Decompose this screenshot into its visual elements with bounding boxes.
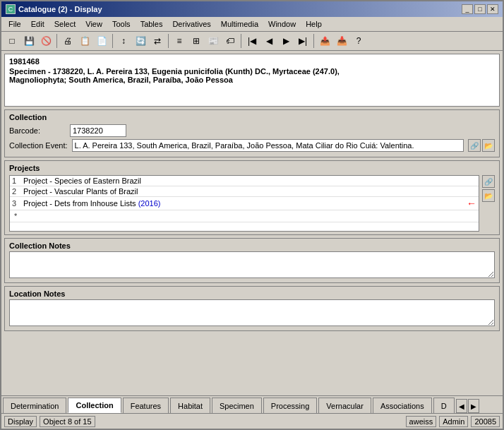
tab-scroll-right[interactable]: ▶ xyxy=(468,399,479,413)
toolbar-sep-1 xyxy=(56,34,57,48)
toolbar-save[interactable]: 💾 xyxy=(21,33,37,49)
collection-notes-input[interactable] xyxy=(9,251,495,278)
projects-open-button[interactable]: 📂 xyxy=(482,189,495,202)
project-new-row[interactable]: * xyxy=(10,210,479,222)
status-user: aweiss xyxy=(406,416,437,427)
project-name-3: Project - Dets from Inhouse Lists (2016) xyxy=(23,199,464,208)
project-row-1[interactable]: 1 Project - Species of Eastern Brazil xyxy=(10,176,479,186)
tab-specimen[interactable]: Specimen xyxy=(212,398,262,413)
menu-file[interactable]: File xyxy=(4,18,25,30)
status-id: 20085 xyxy=(471,416,500,427)
maximize-button[interactable]: □ xyxy=(474,4,486,14)
collection-event-label: Collection Event: xyxy=(9,141,68,150)
toolbar: □ 💾 🚫 🖨 📋 📄 ↕ 🔄 ⇄ ≡ ⊞ 📰 🏷 |◀ ◀ ▶ ▶| 📤 📥 … xyxy=(1,32,503,51)
status-bar: Display Object 8 of 15 aweiss Admin 2008… xyxy=(1,413,503,429)
tab-features[interactable]: Features xyxy=(123,398,169,413)
projects-legend: Projects xyxy=(9,164,495,172)
tab-vernacular[interactable]: Vernacular xyxy=(318,398,371,413)
collection-event-link-button[interactable]: 🔗 xyxy=(468,139,481,152)
record-description: Specimen - 1738220, L. A. Pereira 133, E… xyxy=(9,67,495,76)
collection-event-open-button[interactable]: 📂 xyxy=(482,139,495,152)
collection-legend: Collection xyxy=(9,113,495,121)
tab-determination[interactable]: Determination xyxy=(3,398,66,413)
project-row-2[interactable]: 2 Project - Vascular Plants of Brazil xyxy=(10,186,479,197)
toolbar-sort[interactable]: ↕ xyxy=(116,33,131,49)
location-notes-section: Location Notes xyxy=(4,286,500,331)
project-num-3: 3 xyxy=(12,199,23,208)
projects-with-btns: 1 Project - Species of Eastern Brazil 2 … xyxy=(9,175,495,232)
project-year-3: (2016) xyxy=(138,199,161,208)
menu-derivatives[interactable]: Derivatives xyxy=(168,18,215,30)
collection-event-buttons: 🔗 📂 xyxy=(468,139,495,152)
toolbar-print[interactable]: 🖨 xyxy=(60,33,76,49)
main-window: C Catalogue (2) - Display _ □ ✕ File Edi… xyxy=(0,0,504,430)
project-num-2: 2 xyxy=(12,187,23,196)
location-notes-legend: Location Notes xyxy=(9,289,495,298)
toolbar-help[interactable]: ? xyxy=(351,33,366,49)
toolbar-list[interactable]: ≡ xyxy=(172,33,187,49)
tab-d[interactable]: D xyxy=(433,398,455,413)
projects-list: 1 Project - Species of Eastern Brazil 2 … xyxy=(9,175,479,232)
toolbar-cancel[interactable]: 🚫 xyxy=(38,33,54,49)
projects-list-wrapper: 1 Project - Species of Eastern Brazil 2 … xyxy=(9,175,479,232)
tab-collection[interactable]: Collection xyxy=(68,398,121,413)
minimize-button[interactable]: _ xyxy=(462,4,473,14)
menu-bar: File Edit Select View Tools Tables Deriv… xyxy=(1,17,503,32)
menu-edit[interactable]: Edit xyxy=(27,18,49,30)
toolbar-refresh[interactable]: 🔄 xyxy=(133,33,148,49)
app-icon: C xyxy=(6,4,16,14)
toolbar-swap[interactable]: ⇄ xyxy=(150,33,165,49)
tab-processing[interactable]: Processing xyxy=(263,398,317,413)
toolbar-sep-3 xyxy=(168,34,169,48)
project-num-1: 1 xyxy=(12,177,23,185)
project-name-2: Project - Vascular Plants of Brazil xyxy=(23,187,476,196)
projects-link-button[interactable]: 🔗 xyxy=(482,175,495,188)
toolbar-last[interactable]: ▶| xyxy=(295,33,311,49)
menu-window[interactable]: Window xyxy=(264,18,300,30)
toolbar-copy[interactable]: 📋 xyxy=(77,33,92,49)
window-title: Catalogue (2) - Display xyxy=(18,5,102,13)
close-button[interactable]: ✕ xyxy=(487,4,498,14)
record-id: 1981468 xyxy=(9,57,495,66)
project-row-3[interactable]: 3 Project - Dets from Inhouse Lists (201… xyxy=(10,197,479,210)
toolbar-new[interactable]: □ xyxy=(4,33,20,49)
collection-notes-legend: Collection Notes xyxy=(9,241,495,250)
record-description2: Magnoliophyta; South America, Brazil, Pa… xyxy=(9,76,495,84)
toolbar-label[interactable]: 🏷 xyxy=(222,33,238,49)
location-notes-input[interactable] xyxy=(9,299,495,326)
toolbar-export[interactable]: 📤 xyxy=(317,33,332,49)
tab-associations[interactable]: Associations xyxy=(373,398,432,413)
menu-select[interactable]: Select xyxy=(50,18,80,30)
menu-multimedia[interactable]: Multimedia xyxy=(217,18,263,30)
menu-tools[interactable]: Tools xyxy=(108,18,135,30)
toolbar-report[interactable]: 📰 xyxy=(205,33,221,49)
toolbar-sep-4 xyxy=(241,34,241,48)
toolbar-grid[interactable]: ⊞ xyxy=(188,33,204,49)
toolbar-prev[interactable]: ◀ xyxy=(261,33,277,49)
collection-section: Collection Barcode: Collection Event: 🔗 … xyxy=(4,109,500,157)
toolbar-first[interactable]: |◀ xyxy=(244,33,260,49)
info-box: 1981468 Specimen - 1738220, L. A. Pereir… xyxy=(4,54,500,107)
tab-habitat[interactable]: Habitat xyxy=(170,398,210,413)
toolbar-next[interactable]: ▶ xyxy=(278,33,294,49)
barcode-row: Barcode: xyxy=(9,124,495,137)
toolbar-paste[interactable]: 📄 xyxy=(94,33,109,49)
barcode-label: Barcode: xyxy=(9,126,66,135)
content-area: 1981468 Specimen - 1738220, L. A. Pereir… xyxy=(1,51,503,395)
projects-section: Projects 1 Project - Species of Eastern … xyxy=(4,160,500,235)
menu-view[interactable]: View xyxy=(81,18,107,30)
collection-notes-section: Collection Notes xyxy=(4,238,500,283)
menu-help[interactable]: Help xyxy=(301,18,326,30)
collection-event-row: Collection Event: 🔗 📂 xyxy=(9,139,495,152)
status-role: Admin xyxy=(439,416,468,427)
tab-scroll-left[interactable]: ◀ xyxy=(456,399,467,413)
arrow-indicator: ← xyxy=(467,198,476,209)
barcode-input[interactable] xyxy=(70,124,126,137)
title-buttons: _ □ ✕ xyxy=(462,4,498,14)
menu-tables[interactable]: Tables xyxy=(136,18,167,30)
projects-side-buttons: 🔗 📂 xyxy=(481,175,495,202)
toolbar-sep-5 xyxy=(313,34,314,48)
project-name-1: Project - Species of Eastern Brazil xyxy=(23,177,476,185)
collection-event-input[interactable] xyxy=(72,139,464,152)
toolbar-import[interactable]: 📥 xyxy=(334,33,349,49)
